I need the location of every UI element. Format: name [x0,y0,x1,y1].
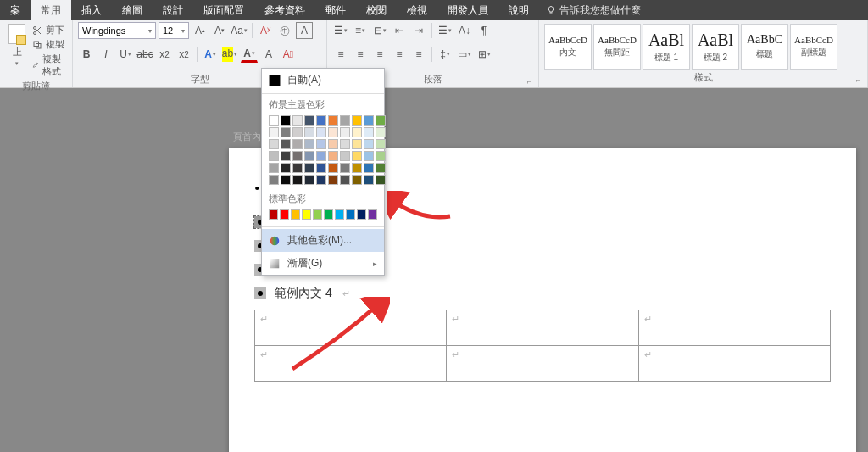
tab-view[interactable]: 檢視 [397,0,437,21]
color-swatch[interactable] [316,139,326,149]
doc-table[interactable]: ↵↵↵ ↵↵↵ [254,310,831,382]
color-swatch[interactable] [340,127,350,137]
phonetic-guide-button[interactable]: Aʸ [257,22,274,39]
align-center-button[interactable]: ≡ [352,46,369,63]
color-swatch[interactable] [302,209,311,220]
color-swatch[interactable] [364,139,374,149]
clipboard-launcher[interactable]: ⌐ [61,84,65,92]
color-swatch[interactable] [364,151,374,161]
color-swatch[interactable] [357,209,366,220]
style-item[interactable]: AaBl標題 1 [643,24,690,70]
style-item[interactable]: AaBbCcD副標題 [790,24,837,70]
more-colors-item[interactable]: 其他色彩(M)... [262,229,384,252]
color-swatch[interactable] [313,209,322,220]
justify-button[interactable]: ≡ [391,46,408,63]
tab-draw[interactable]: 繪圖 [112,0,153,21]
color-swatch[interactable] [364,163,374,173]
highlight-button[interactable]: ab▾ [221,46,238,63]
color-swatch[interactable] [352,127,362,137]
bullets-button[interactable]: ☰▾ [332,22,349,39]
enclose-chars-button[interactable]: ㊥ [276,22,293,39]
color-swatch[interactable] [281,139,291,149]
color-swatch[interactable] [304,127,314,137]
color-swatch[interactable] [269,163,279,173]
table-cell[interactable]: ↵ [447,310,638,346]
color-swatch[interactable] [292,115,303,126]
color-swatch[interactable] [316,151,326,161]
paragraph-launcher[interactable]: ⌐ [527,77,531,86]
table-cell[interactable]: ↵ [447,346,638,382]
color-swatch[interactable] [328,139,338,149]
color-swatch[interactable] [340,139,350,149]
color-swatch[interactable] [340,175,350,185]
tab-developer[interactable]: 開發人員 [437,0,498,21]
style-item[interactable]: AaBbC標題 [741,24,788,70]
color-swatch[interactable] [352,115,362,126]
color-swatch[interactable] [328,175,338,185]
underline-button[interactable]: U▾ [117,46,134,63]
tab-design[interactable]: 設計 [153,0,193,21]
color-swatch[interactable] [335,209,344,220]
color-swatch[interactable] [281,151,291,161]
color-swatch[interactable] [304,163,314,173]
color-swatch[interactable] [376,127,386,137]
align-left-button[interactable]: ≡ [332,46,349,63]
color-swatch[interactable] [280,209,289,220]
table-cell[interactable]: ↵ [638,346,830,382]
color-swatch[interactable] [292,151,303,161]
shading-button[interactable]: ▭▾ [456,46,473,63]
color-swatch[interactable] [376,115,386,126]
tab-review[interactable]: 校閱 [356,0,397,21]
superscript-button[interactable]: x2 [175,46,192,63]
change-case-button[interactable]: Aa▾ [231,22,248,39]
color-swatch[interactable] [376,175,386,185]
color-swatch[interactable] [328,115,338,126]
text-effects-button[interactable]: A▾ [202,46,219,63]
color-swatch[interactable] [340,151,350,161]
borders-button[interactable]: ⊞▾ [476,46,492,63]
style-item[interactable]: AaBbCcD內文 [544,24,592,70]
table-cell[interactable]: ↵ [255,310,447,346]
color-swatch[interactable] [269,127,279,137]
color-swatch[interactable] [364,175,374,185]
tab-references[interactable]: 參考資料 [254,0,315,21]
color-swatch[interactable] [292,175,303,185]
style-item[interactable]: AaBbCcD無間距 [593,24,641,70]
color-swatch[interactable] [269,209,278,220]
color-swatch[interactable] [316,175,326,185]
styles-launcher[interactable]: ⌐ [856,75,860,84]
shrink-font-button[interactable]: A▾ [211,22,228,39]
color-swatch[interactable] [352,151,362,161]
styles-gallery[interactable]: AaBbCcD內文AaBbCcD無間距AaBl標題 1AaBl標題 2AaBbC… [544,22,862,70]
color-swatch[interactable] [376,163,386,173]
distribute-button[interactable]: ≡ [410,46,427,63]
ltr-button[interactable]: ☰▾ [437,22,453,39]
color-swatch[interactable] [316,163,326,173]
font-name-combo[interactable]: Wingdings▾ [78,22,156,39]
format-painter-button[interactable]: 複製格式 [32,53,67,78]
color-swatch[interactable] [324,209,333,220]
cut-button[interactable]: 剪下 [32,24,67,36]
tab-layout[interactable]: 版面配置 [193,0,254,21]
table-cell[interactable]: ↵ [255,346,447,382]
color-swatch[interactable] [340,163,350,173]
font-color-button[interactable]: A▾ [241,46,258,63]
sort-button[interactable]: A↓ [456,22,473,39]
color-swatch[interactable] [281,115,291,126]
color-swatch[interactable] [340,115,350,126]
tab-insert[interactable]: 插入 [71,0,112,21]
color-swatch[interactable] [352,163,362,173]
increase-indent-button[interactable]: ⇥ [410,22,427,39]
char-border-button[interactable]: A [296,22,313,39]
bold-button[interactable]: B [78,46,95,63]
decrease-indent-button[interactable]: ⇤ [391,22,408,39]
color-swatch[interactable] [352,175,362,185]
paste-button[interactable]: 上 ▾ [5,22,29,69]
color-swatch[interactable] [304,175,314,185]
strikethrough-button[interactable]: abc [136,46,153,63]
grow-font-button[interactable]: A▴ [192,22,209,39]
subscript-button[interactable]: x2 [156,46,173,63]
tab-mailings[interactable]: 郵件 [315,0,356,21]
style-item[interactable]: AaBl標題 2 [692,24,739,70]
gradient-item[interactable]: 漸層(G) ▸ [262,252,384,275]
